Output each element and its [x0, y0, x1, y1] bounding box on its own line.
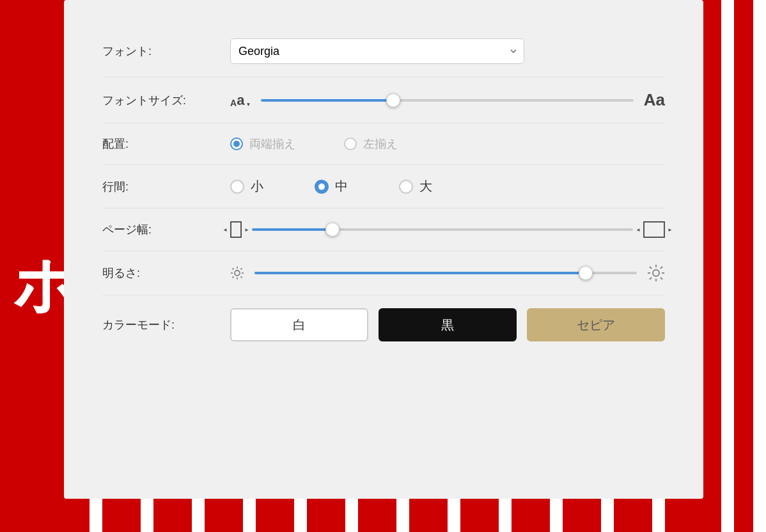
page-width-label: ページ幅: [102, 222, 230, 237]
font-select[interactable]: Georgia Helvetica Times New Roman Arial [230, 38, 524, 64]
ls-radio-large[interactable] [399, 180, 413, 194]
alignment-label-justify: 両端揃え [249, 136, 295, 152]
alignment-option-justify[interactable]: 両端揃え [230, 136, 295, 152]
line-spacing-options: 小 中 大 [230, 178, 665, 195]
alignment-radio-justify[interactable] [230, 137, 243, 150]
line-spacing-content: 小 中 大 [230, 178, 665, 195]
ls-option-medium[interactable]: 中 [315, 178, 348, 195]
ls-option-large[interactable]: 大 [399, 178, 432, 195]
page-width-row: ページ幅: [102, 208, 665, 251]
svg-line-15 [660, 278, 662, 279]
brightness-slider-container [254, 267, 637, 279]
svg-line-7 [233, 277, 234, 278]
font-size-label: フォントサイズ: [102, 93, 230, 108]
font-size-slider-container [261, 94, 633, 107]
ls-label-small: 小 [251, 178, 263, 195]
font-size-small-icon: Aa ▼ [230, 93, 251, 107]
brightness-row: 明るさ: [102, 251, 665, 295]
brightness-dim-icon [230, 266, 244, 280]
color-mode-white-button[interactable]: 白 [230, 308, 368, 341]
alignment-row: 配置: 両端揃え 左揃え [102, 123, 665, 165]
alignment-option-left[interactable]: 左揃え [344, 136, 398, 152]
ls-option-small[interactable]: 小 [230, 178, 263, 195]
wide-page-icon [643, 221, 665, 238]
background-right [702, 0, 766, 532]
font-size-content: Aa ▼ Aa [230, 90, 665, 110]
svg-line-8 [241, 269, 242, 270]
color-mode-black-button[interactable]: 黒 [379, 308, 517, 341]
alignment-radio-left[interactable] [344, 137, 357, 150]
svg-line-6 [241, 277, 242, 278]
settings-panel: フォント: Georgia Helvetica Times New Roman … [64, 0, 703, 499]
brightness-slider[interactable] [254, 272, 637, 274]
brightness-label: 明るさ: [102, 265, 230, 281]
page-width-slider-container [252, 223, 633, 236]
page-width-slider[interactable] [252, 228, 633, 231]
svg-point-9 [653, 270, 659, 276]
font-content: Georgia Helvetica Times New Roman Arial [230, 38, 665, 64]
narrow-page-icon [230, 221, 242, 238]
color-mode-sepia-button[interactable]: セピア [527, 308, 665, 341]
color-mode-content: 白 黒 セピア [230, 308, 665, 341]
ls-radio-medium[interactable] [315, 180, 329, 194]
svg-line-14 [650, 267, 652, 269]
font-label: フォント: [102, 43, 230, 59]
svg-line-17 [660, 267, 662, 269]
svg-line-16 [650, 278, 652, 279]
font-row: フォント: Georgia Helvetica Times New Roman … [102, 26, 665, 77]
line-spacing-row: 行間: 小 中 大 [102, 165, 665, 208]
line-spacing-label: 行間: [102, 179, 230, 194]
color-mode-buttons: 白 黒 セピア [230, 308, 665, 341]
svg-line-5 [233, 269, 234, 270]
brightness-content [230, 264, 665, 282]
alignment-label-left: 左揃え [363, 136, 398, 152]
svg-point-0 [235, 270, 240, 276]
color-mode-label: カラーモード: [102, 317, 230, 332]
ls-label-medium: 中 [335, 178, 348, 195]
page-width-content [230, 221, 665, 238]
ls-label-large: 大 [419, 178, 432, 195]
alignment-content: 両端揃え 左揃え [230, 136, 665, 152]
color-mode-row: カラーモード: 白 黒 セピア [102, 295, 665, 354]
alignment-label: 配置: [102, 136, 230, 152]
ls-radio-small[interactable] [230, 180, 244, 194]
font-size-slider[interactable] [261, 99, 633, 102]
brightness-bright-icon [647, 264, 665, 282]
font-size-large-icon: Aa [644, 90, 665, 110]
font-size-row: フォントサイズ: Aa ▼ Aa [102, 77, 665, 123]
